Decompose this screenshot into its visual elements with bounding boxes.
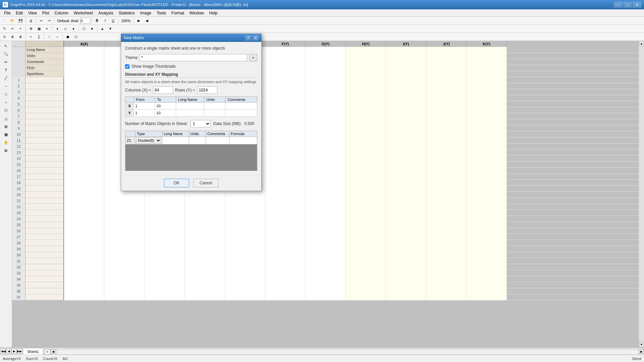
cell-36-10[interactable] <box>467 288 507 294</box>
tb2-8[interactable]: ◇ <box>62 25 69 32</box>
cell-26-4[interactable] <box>225 228 265 234</box>
cell-20-1[interactable] <box>104 192 145 198</box>
cell-3-5[interactable] <box>265 89 306 95</box>
cell-22-1[interactable] <box>104 204 145 210</box>
cell-29-6[interactable] <box>306 246 346 252</box>
cell-21-0[interactable] <box>64 198 104 204</box>
cell-36-6[interactable] <box>306 288 346 294</box>
cell-21-7[interactable] <box>346 198 386 204</box>
cell-18-5[interactable] <box>265 180 306 186</box>
scroll-left-button[interactable]: ◀ <box>51 349 56 354</box>
cell-14-6[interactable] <box>306 156 346 162</box>
cell-36-5[interactable] <box>265 288 306 294</box>
tb2-10[interactable]: ⬡ <box>80 25 88 32</box>
obj-type-select[interactable]: Double(8) Float(4) Int(4) <box>136 137 161 144</box>
tb3-1[interactable]: ⊙ <box>1 34 8 40</box>
arrow-tool[interactable]: → <box>1 82 11 90</box>
h-scroll-track[interactable] <box>56 349 639 355</box>
cell-28-7[interactable] <box>346 240 386 246</box>
cell-21-10[interactable] <box>467 198 507 204</box>
cell-11-6[interactable] <box>306 137 346 143</box>
minimize-button[interactable]: ─ <box>614 2 623 8</box>
sheet-tab-1[interactable]: Sheet1 <box>23 348 43 355</box>
print-button[interactable]: 🖨 <box>27 17 35 24</box>
cell-8-0[interactable] <box>64 119 104 125</box>
cell-3-8[interactable] <box>386 89 426 95</box>
cell-28-6[interactable] <box>306 240 346 246</box>
cell-1-5[interactable] <box>265 77 306 83</box>
cell-35-6[interactable] <box>306 282 346 288</box>
cell-26-0[interactable] <box>64 228 104 234</box>
cell-34-6[interactable] <box>306 276 346 282</box>
xy-X-to-input[interactable] <box>156 103 174 109</box>
sheet-nav-next[interactable]: ▶ <box>11 349 17 354</box>
cell-30-3[interactable] <box>185 252 225 258</box>
cell-16-6[interactable] <box>306 168 346 174</box>
cell-27-6[interactable] <box>306 234 346 240</box>
menu-statistics[interactable]: Statistics <box>116 9 138 16</box>
cell-27-8[interactable] <box>386 234 426 240</box>
scroll-up-button[interactable]: ▲ <box>639 41 644 46</box>
menu-worksheet[interactable]: Worksheet <box>71 9 96 16</box>
cell-7-10[interactable] <box>467 113 507 119</box>
cell-10-5[interactable] <box>265 131 306 137</box>
cell-35-0[interactable] <box>64 282 104 288</box>
cell-10-9[interactable] <box>426 131 467 137</box>
xy-Y-units-cell[interactable] <box>204 110 225 117</box>
cell-33-1[interactable] <box>104 270 145 276</box>
brush-tool[interactable]: ◍ <box>1 123 11 130</box>
cell-13-10[interactable] <box>467 149 507 156</box>
xy-Y-units-input[interactable] <box>206 110 224 116</box>
xy-Y-to-input[interactable] <box>156 110 174 116</box>
cell-19-6[interactable] <box>306 186 346 192</box>
cell-20-2[interactable] <box>145 192 185 198</box>
xy-X-from-cell[interactable] <box>134 103 155 110</box>
cell-5-6[interactable] <box>306 101 346 107</box>
cell-33-6[interactable] <box>306 270 346 276</box>
cell-23-4[interactable] <box>225 210 265 216</box>
cell-36-0[interactable] <box>64 288 104 294</box>
cell-32-0[interactable] <box>64 264 104 270</box>
cell-13-6[interactable] <box>306 149 346 156</box>
cell-5-9[interactable] <box>426 101 467 107</box>
right-scrollbar[interactable]: ▲ ▼ <box>639 41 644 347</box>
font-size-input[interactable] <box>80 18 90 24</box>
cell-15-9[interactable] <box>426 162 467 168</box>
xy-X-units-cell[interactable] <box>204 103 225 110</box>
cell-3-10[interactable] <box>467 89 507 95</box>
cell-25-6[interactable] <box>306 222 346 228</box>
cell-37-10[interactable] <box>467 294 507 300</box>
cell-27-1[interactable] <box>104 234 145 240</box>
cell-23-10[interactable] <box>467 210 507 216</box>
cell-36-3[interactable] <box>185 288 225 294</box>
select-tool[interactable]: ↖ <box>1 42 11 50</box>
cell-7-0[interactable] <box>64 113 104 119</box>
cell-9-7[interactable] <box>346 125 386 131</box>
cell-35-7[interactable] <box>346 282 386 288</box>
dialog-help-button[interactable]: ? <box>245 35 251 41</box>
polygon-tool[interactable]: △ <box>1 115 11 122</box>
tb2-11[interactable]: ★ <box>88 25 96 32</box>
cell-29-7[interactable] <box>346 246 386 252</box>
xy-X-longname-cell[interactable] <box>176 103 204 110</box>
maximize-button[interactable]: □ <box>623 2 632 8</box>
cell-units-K[interactable] <box>467 53 507 59</box>
cell-longname-F[interactable] <box>265 47 306 53</box>
cell-3-9[interactable] <box>426 89 467 95</box>
cell-24-2[interactable] <box>145 216 185 222</box>
tb3-4[interactable]: ≈ <box>27 34 35 40</box>
cell-31-0[interactable] <box>64 258 104 264</box>
theme-input[interactable] <box>140 54 247 61</box>
cell-7-7[interactable] <box>346 113 386 119</box>
obj-cell-formula[interactable] <box>229 137 257 144</box>
tb3-8[interactable]: ◼ <box>64 34 71 40</box>
cell-26-1[interactable] <box>104 228 145 234</box>
cell-10-8[interactable] <box>386 131 426 137</box>
cell-4-10[interactable] <box>467 95 507 101</box>
menu-file[interactable]: File <box>1 9 13 16</box>
cell-24-8[interactable] <box>386 216 426 222</box>
cell-33-8[interactable] <box>386 270 426 276</box>
cell-14-10[interactable] <box>467 156 507 162</box>
cell-4-0[interactable] <box>64 95 104 101</box>
cell-8-8[interactable] <box>386 119 426 125</box>
